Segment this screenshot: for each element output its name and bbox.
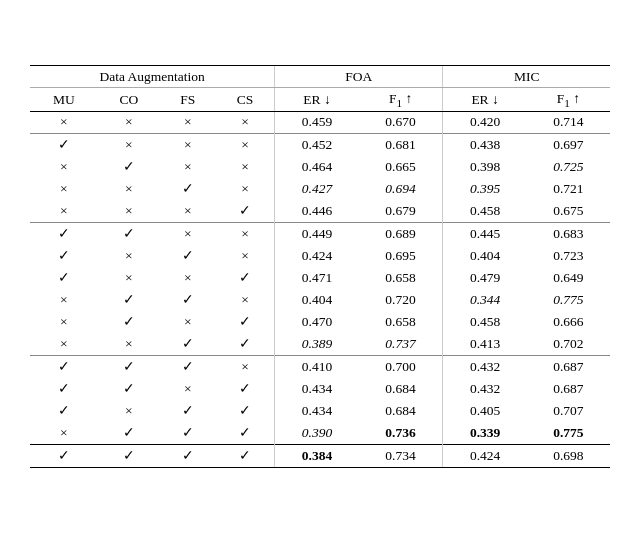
cell-co: × xyxy=(98,400,160,422)
cell-co: × xyxy=(98,111,160,133)
cell-mic_er: 0.432 xyxy=(443,378,527,400)
cell-fs: × xyxy=(160,133,216,156)
cell-fs: × xyxy=(160,378,216,400)
cell-mic_f1: 0.775 xyxy=(527,289,610,311)
cell-cs: × xyxy=(216,222,275,245)
cell-foa_er: 0.449 xyxy=(275,222,359,245)
cell-mic_er: 0.395 xyxy=(443,178,527,200)
cell-mic_f1: 0.675 xyxy=(527,200,610,223)
cell-co: ✓ xyxy=(98,444,160,467)
cell-cs: ✓ xyxy=(216,400,275,422)
cell-foa_er: 0.389 xyxy=(275,333,359,356)
cell-foa_f1: 0.720 xyxy=(359,289,443,311)
col-fs: FS xyxy=(160,88,216,112)
cell-mic_er: 0.405 xyxy=(443,400,527,422)
cell-mic_er: 0.479 xyxy=(443,267,527,289)
cell-cs: ✓ xyxy=(216,200,275,223)
table-row: ×✓✓×0.4040.7200.3440.775 xyxy=(30,289,610,311)
table-row: ×✓××0.4640.6650.3980.725 xyxy=(30,156,610,178)
cell-mic_er: 0.432 xyxy=(443,355,527,378)
table-row: ✓✓✓×0.4100.7000.4320.687 xyxy=(30,355,610,378)
cell-foa_f1: 0.684 xyxy=(359,400,443,422)
cell-mu: ✓ xyxy=(30,400,98,422)
cell-foa_er: 0.427 xyxy=(275,178,359,200)
foa-header: FOA xyxy=(275,66,443,88)
cell-fs: × xyxy=(160,111,216,133)
group-header-row: Data Augmentation FOA MIC xyxy=(30,66,610,88)
cell-foa_er: 0.404 xyxy=(275,289,359,311)
cell-foa_f1: 0.670 xyxy=(359,111,443,133)
cell-co: ✓ xyxy=(98,289,160,311)
cell-mu: ✓ xyxy=(30,355,98,378)
cell-co: × xyxy=(98,200,160,223)
col-foa-f1: F1 ↑ xyxy=(359,88,443,112)
col-mic-er: ER ↓ xyxy=(443,88,527,112)
cell-fs: ✓ xyxy=(160,289,216,311)
cell-foa_f1: 0.737 xyxy=(359,333,443,356)
cell-fs: ✓ xyxy=(160,400,216,422)
cell-foa_f1: 0.689 xyxy=(359,222,443,245)
cell-cs: ✓ xyxy=(216,378,275,400)
cell-mic_f1: 0.698 xyxy=(527,444,610,467)
cell-co: × xyxy=(98,333,160,356)
cell-mic_er: 0.398 xyxy=(443,156,527,178)
cell-mic_f1: 0.687 xyxy=(527,378,610,400)
cell-mic_f1: 0.723 xyxy=(527,245,610,267)
cell-foa_f1: 0.695 xyxy=(359,245,443,267)
cell-mu: × xyxy=(30,200,98,223)
cell-mic_f1: 0.775 xyxy=(527,422,610,445)
cell-fs: ✓ xyxy=(160,245,216,267)
table-row: ✓×××0.4520.6810.4380.697 xyxy=(30,133,610,156)
cell-foa_f1: 0.665 xyxy=(359,156,443,178)
table-row: ×✓×✓0.4700.6580.4580.666 xyxy=(30,311,610,333)
cell-foa_er: 0.446 xyxy=(275,200,359,223)
cell-mu: × xyxy=(30,111,98,133)
cell-foa_er: 0.452 xyxy=(275,133,359,156)
cell-fs: × xyxy=(160,222,216,245)
cell-mic_f1: 0.721 xyxy=(527,178,610,200)
cell-cs: ✓ xyxy=(216,444,275,467)
cell-fs: × xyxy=(160,200,216,223)
col-co: CO xyxy=(98,88,160,112)
cell-foa_er: 0.424 xyxy=(275,245,359,267)
cell-mu: ✓ xyxy=(30,267,98,289)
cell-mu: ✓ xyxy=(30,378,98,400)
cell-mic_er: 0.458 xyxy=(443,311,527,333)
cell-cs: ✓ xyxy=(216,333,275,356)
cell-mu: ✓ xyxy=(30,245,98,267)
mic-header: MIC xyxy=(443,66,610,88)
cell-mu: ✓ xyxy=(30,133,98,156)
cell-cs: ✓ xyxy=(216,422,275,445)
cell-mic_f1: 0.725 xyxy=(527,156,610,178)
cell-mu: ✓ xyxy=(30,222,98,245)
cell-mic_f1: 0.697 xyxy=(527,133,610,156)
cell-co: ✓ xyxy=(98,355,160,378)
results-table: Data Augmentation FOA MIC MU CO FS CS ER… xyxy=(30,65,610,468)
sub-header-row: MU CO FS CS ER ↓ F1 ↑ ER ↓ F1 ↑ xyxy=(30,88,610,112)
cell-mic_f1: 0.687 xyxy=(527,355,610,378)
cell-foa_er: 0.384 xyxy=(275,444,359,467)
cell-fs: ✓ xyxy=(160,178,216,200)
table-row: ✓××✓0.4710.6580.4790.649 xyxy=(30,267,610,289)
cell-mic_er: 0.438 xyxy=(443,133,527,156)
cell-foa_er: 0.434 xyxy=(275,378,359,400)
cell-foa_er: 0.471 xyxy=(275,267,359,289)
cell-mic_f1: 0.714 xyxy=(527,111,610,133)
cell-cs: ✓ xyxy=(216,267,275,289)
col-mic-f1: F1 ↑ xyxy=(527,88,610,112)
cell-cs: × xyxy=(216,111,275,133)
table-row: ✓✓××0.4490.6890.4450.683 xyxy=(30,222,610,245)
cell-co: ✓ xyxy=(98,156,160,178)
cell-mic_er: 0.420 xyxy=(443,111,527,133)
cell-cs: × xyxy=(216,133,275,156)
cell-cs: × xyxy=(216,355,275,378)
table-row: ✓✓✓✓0.3840.7340.4240.698 xyxy=(30,444,610,467)
cell-mic_f1: 0.666 xyxy=(527,311,610,333)
cell-mic_er: 0.344 xyxy=(443,289,527,311)
table-body: ××××0.4590.6700.4200.714✓×××0.4520.6810.… xyxy=(30,111,610,467)
cell-mu: × xyxy=(30,289,98,311)
cell-foa_f1: 0.734 xyxy=(359,444,443,467)
cell-foa_f1: 0.681 xyxy=(359,133,443,156)
cell-mic_er: 0.445 xyxy=(443,222,527,245)
cell-mic_er: 0.413 xyxy=(443,333,527,356)
